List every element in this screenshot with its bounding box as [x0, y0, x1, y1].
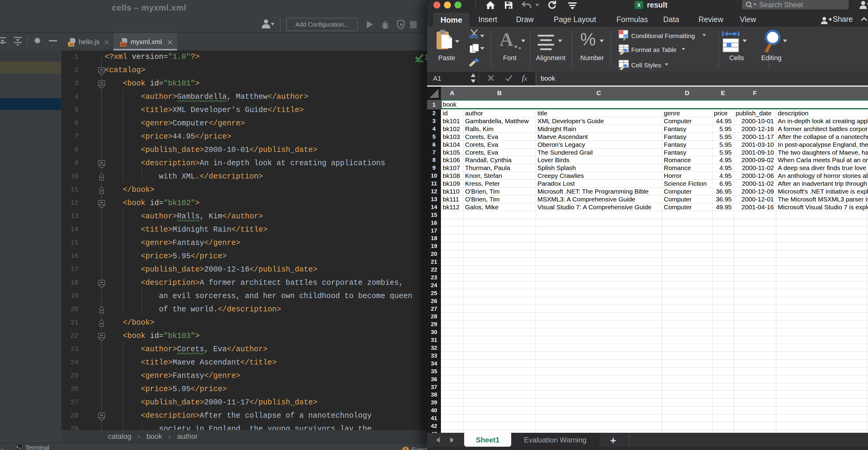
svg-text:≠: ≠: [623, 36, 626, 41]
svg-text:X: X: [637, 2, 641, 8]
svg-text:JS: JS: [69, 43, 73, 46]
svg-text:<>: <>: [121, 43, 125, 46]
